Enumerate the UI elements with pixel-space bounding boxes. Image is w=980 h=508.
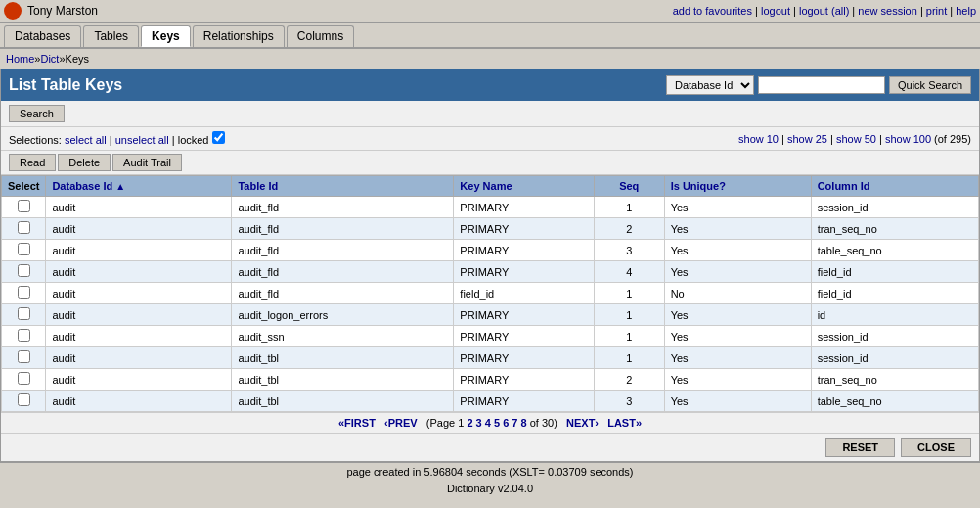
search-button[interactable]: Search — [9, 105, 65, 122]
row-checkbox[interactable] — [18, 221, 30, 234]
reset-button[interactable]: RESET — [825, 438, 895, 457]
tab-databases[interactable]: Databases — [4, 25, 81, 47]
row-seq: 2 — [594, 369, 664, 391]
help-link[interactable]: help — [956, 5, 976, 17]
print-link[interactable]: print — [926, 5, 947, 17]
search-bar: Search — [1, 101, 979, 127]
row-select-cell[interactable] — [2, 218, 46, 240]
row-select-cell[interactable] — [2, 197, 46, 218]
show-100-link[interactable]: show 100 — [885, 133, 931, 145]
row-select-cell[interactable] — [2, 347, 46, 369]
row-checkbox[interactable] — [18, 286, 30, 299]
select-all-link[interactable]: select all — [65, 134, 107, 146]
new-session-link[interactable]: new session — [858, 5, 917, 17]
row-table-id: audit_fld — [232, 283, 454, 304]
row-select-cell[interactable] — [2, 304, 46, 326]
row-seq: 2 — [594, 218, 664, 240]
col-header-seq[interactable]: Seq — [594, 176, 664, 197]
row-checkbox[interactable] — [18, 243, 30, 255]
row-is-unique: Yes — [664, 326, 811, 347]
row-table-id: audit_fld — [232, 218, 454, 240]
row-column-id: session_id — [811, 326, 978, 347]
footer2: Dictionary v2.04.0 — [0, 481, 980, 496]
audit-trail-button[interactable]: Audit Trail — [112, 154, 182, 171]
database-id-select[interactable]: Database Id — [666, 75, 754, 95]
pagination-page-6[interactable]: 6 — [503, 417, 509, 429]
main-content: List Table Keys Database Id Quick Search… — [0, 69, 980, 462]
logout-all-link[interactable]: logout (all) — [799, 5, 849, 17]
row-select-cell[interactable] — [2, 369, 46, 391]
col-header-select: Select — [2, 176, 46, 197]
pagination-next[interactable]: NEXT› — [566, 417, 599, 429]
logout-link[interactable]: logout — [761, 5, 790, 17]
row-key-name: PRIMARY — [454, 326, 594, 347]
row-column-id: field_id — [811, 283, 978, 304]
row-select-cell[interactable] — [2, 240, 46, 261]
row-checkbox[interactable] — [18, 393, 30, 406]
row-is-unique: Yes — [664, 240, 811, 261]
row-seq: 1 — [594, 304, 664, 326]
row-key-name: PRIMARY — [454, 304, 594, 326]
action-bar: Read Delete Audit Trail — [1, 151, 979, 175]
row-checkbox[interactable] — [18, 264, 30, 277]
row-is-unique: Yes — [664, 391, 811, 412]
close-button[interactable]: CLOSE — [901, 438, 971, 457]
col-header-is-unique[interactable]: Is Unique? — [664, 176, 811, 197]
row-database-id: audit — [46, 304, 232, 326]
pagination-page-4[interactable]: 4 — [485, 417, 491, 429]
tab-relationships[interactable]: Relationships — [193, 25, 285, 47]
row-is-unique: Yes — [664, 369, 811, 391]
footer: page created in 5.96804 seconds (XSLT= 0… — [0, 462, 980, 481]
col-header-database-id[interactable]: Database Id ▲ — [46, 176, 232, 197]
tab-keys[interactable]: Keys — [141, 25, 191, 47]
show-25-link[interactable]: show 25 — [787, 133, 827, 145]
row-select-cell[interactable] — [2, 326, 46, 347]
row-select-cell[interactable] — [2, 391, 46, 412]
pagination-prev[interactable]: ‹PREV — [384, 417, 418, 429]
row-key-name: PRIMARY — [454, 347, 594, 369]
row-select-cell[interactable] — [2, 283, 46, 304]
row-checkbox[interactable] — [18, 329, 30, 342]
pagination-page-7[interactable]: 7 — [512, 417, 517, 429]
row-checkbox[interactable] — [18, 372, 30, 385]
show-50-link[interactable]: show 50 — [836, 133, 876, 145]
row-seq: 4 — [594, 261, 664, 283]
row-seq: 3 — [594, 240, 664, 261]
pagination-page-3[interactable]: 3 — [476, 417, 482, 429]
quick-search-button[interactable]: Quick Search — [889, 76, 971, 94]
pagination-page-2[interactable]: 2 — [467, 417, 472, 429]
tab-columns[interactable]: Columns — [287, 25, 354, 47]
tab-tables[interactable]: Tables — [83, 25, 139, 47]
breadcrumb-dict[interactable]: Dict — [40, 53, 59, 65]
add-to-favourites-link[interactable]: add to favourites — [673, 5, 752, 17]
row-checkbox[interactable] — [18, 307, 30, 320]
row-select-cell[interactable] — [2, 261, 46, 283]
row-checkbox[interactable] — [18, 200, 30, 212]
pagination-last[interactable]: LAST» — [607, 417, 642, 429]
show-10-link[interactable]: show 10 — [738, 133, 779, 145]
sort-arrow-database-id: ▲ — [115, 181, 125, 192]
delete-button[interactable]: Delete — [58, 154, 111, 171]
row-database-id: audit — [46, 218, 232, 240]
col-header-key-name[interactable]: Key Name — [454, 176, 594, 197]
col-header-column-id[interactable]: Column Id — [811, 176, 978, 197]
row-column-id: session_id — [811, 347, 978, 369]
col-header-table-id[interactable]: Table Id — [232, 176, 454, 197]
breadcrumb-home[interactable]: Home — [6, 53, 34, 65]
row-key-name: PRIMARY — [454, 197, 594, 218]
row-seq: 1 — [594, 283, 664, 304]
pagination-page-8[interactable]: 8 — [521, 417, 527, 429]
search-input[interactable] — [758, 76, 885, 94]
table-row: audit audit_ssn PRIMARY 1 Yes session_id — [2, 326, 979, 347]
pagination-first[interactable]: «FIRST — [338, 417, 376, 429]
pagination-page-5[interactable]: 5 — [494, 417, 500, 429]
locked-checkbox[interactable] — [212, 131, 225, 144]
row-database-id: audit — [46, 240, 232, 261]
row-seq: 1 — [594, 347, 664, 369]
row-checkbox[interactable] — [18, 350, 30, 363]
row-key-name: PRIMARY — [454, 391, 594, 412]
unselect-all-link[interactable]: unselect all — [115, 134, 169, 146]
table-row: audit audit_logon_errors PRIMARY 1 Yes i… — [2, 304, 979, 326]
read-button[interactable]: Read — [9, 154, 56, 171]
top-bar-right: add to favourites | logout | logout (all… — [673, 5, 976, 17]
